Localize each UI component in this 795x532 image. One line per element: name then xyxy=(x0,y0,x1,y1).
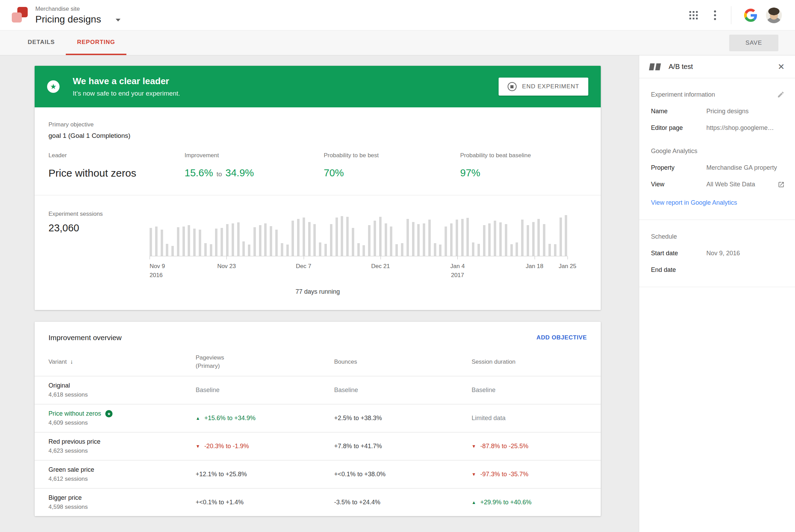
axis-tick-label: Jan 25 xyxy=(559,262,576,271)
add-objective-button[interactable]: ADD OBJECTIVE xyxy=(536,334,587,341)
edit-pencil-icon[interactable] xyxy=(777,91,785,98)
variant-name: Red previous price xyxy=(48,438,196,445)
sort-arrow-icon[interactable]: ↓ xyxy=(70,358,73,365)
details-side-panel: A/B test ✕ Experiment information Name P… xyxy=(639,55,795,532)
variant-cell: Green sale price 4,612 sessions xyxy=(48,466,196,482)
google-logo-icon[interactable] xyxy=(742,7,759,24)
variant-sessions: 4,618 sessions xyxy=(48,391,196,398)
chart-bar xyxy=(494,221,496,256)
sessions-summary: Experiment sessions 23,060 xyxy=(48,211,150,280)
sessions-value: 23,060 xyxy=(48,222,150,234)
chart-bar xyxy=(395,244,398,256)
tab-reporting[interactable]: REPORTING xyxy=(66,30,126,55)
trend-arrow-icon: ▲ xyxy=(472,500,476,505)
improvement-overview-card: Improvement overview ADD OBJECTIVE Varia… xyxy=(35,322,601,516)
avatar[interactable] xyxy=(766,7,782,23)
save-button[interactable]: SAVE xyxy=(729,35,778,51)
apps-grid-icon[interactable] xyxy=(685,7,702,24)
chart-bar xyxy=(407,219,409,256)
experiment-info-section: Experiment information xyxy=(651,91,785,98)
stop-icon xyxy=(508,82,517,91)
chart-bar xyxy=(379,217,382,256)
banner-title: We have a clear leader xyxy=(73,76,180,87)
open-external-icon[interactable] xyxy=(778,181,785,188)
experiment-info-label: Experiment information xyxy=(651,91,715,98)
chart-bar xyxy=(336,218,338,256)
page: Merchandise site Pricing designs xyxy=(0,0,795,532)
duration-cell: Baseline xyxy=(472,387,587,394)
tab-details[interactable]: DETAILS xyxy=(17,30,66,55)
chart-bar xyxy=(303,218,305,256)
chart-bar xyxy=(412,222,414,256)
chart-bar xyxy=(368,225,370,256)
column-session-duration: Session duration xyxy=(472,358,587,365)
table-row[interactable]: Red previous price 4,623 sessions ▼-20.3… xyxy=(35,432,601,460)
cell-value: -3.5% to +24.4% xyxy=(334,499,381,506)
chart-bar xyxy=(560,218,562,256)
star-badge-icon: ★ xyxy=(47,80,60,93)
chart-bar xyxy=(215,229,217,256)
axis-tick-mark xyxy=(381,256,381,259)
pageviews-cell: ▲+15.6% to +34.9% xyxy=(196,415,334,422)
chart-bar xyxy=(466,218,469,256)
start-date-row: Start date Nov 9, 2016 xyxy=(651,250,785,257)
chart-bar xyxy=(248,245,250,256)
table-row[interactable]: Original 4,618 sessions Baseline Baselin… xyxy=(35,376,601,404)
chart-bar xyxy=(253,227,256,256)
table-row[interactable]: Green sale price 4,612 sessions +12.1% t… xyxy=(35,460,601,488)
panel-header: A/B test ✕ xyxy=(639,55,795,78)
apps-grid-glyph xyxy=(689,11,698,20)
chart-bar xyxy=(477,244,480,256)
panel-body: Experiment information Name Pricing desi… xyxy=(639,78,795,287)
chart-bar xyxy=(565,215,567,256)
chart-bar xyxy=(527,225,529,256)
trend-arrow-icon: ▼ xyxy=(472,472,476,477)
axis-tick-mark xyxy=(568,256,568,259)
chart-bar xyxy=(161,230,163,256)
chart-bar xyxy=(292,221,294,256)
trend-arrow-icon: ▲ xyxy=(196,416,200,421)
table-row[interactable]: Bigger price 4,598 sessions +<0.1% to +1… xyxy=(35,488,601,516)
chart-bar xyxy=(275,230,278,256)
chart-bar xyxy=(357,243,360,256)
cell-value: -97.3% to -35.7% xyxy=(480,471,528,478)
duration-cell: ▲+29.9% to +40.6% xyxy=(472,499,587,506)
cell-value: Baseline xyxy=(196,387,220,394)
chart-bar xyxy=(166,244,168,256)
name-label: Name xyxy=(651,108,706,115)
chart-bar xyxy=(324,244,327,256)
editor-page-value: https://shop.googleme… xyxy=(706,124,785,132)
chart-bar xyxy=(456,220,458,256)
cell-value: Limited data xyxy=(472,415,506,422)
improvement-label: Improvement xyxy=(185,152,324,159)
schedule-section: Schedule xyxy=(651,233,785,240)
column-bounces: Bounces xyxy=(334,358,472,365)
cell-value: -87.8% to -25.5% xyxy=(480,443,528,450)
axis-tick-mark xyxy=(535,256,535,259)
chart-bar xyxy=(319,242,321,256)
axis-tick-label: Dec 21 xyxy=(371,262,390,271)
view-report-link[interactable]: View report in Google Analytics xyxy=(651,199,785,206)
close-icon[interactable]: ✕ xyxy=(778,63,785,71)
tab-bar: DETAILS REPORTING SAVE xyxy=(0,30,795,55)
kebab-menu-icon[interactable] xyxy=(707,7,723,24)
chart-bar xyxy=(423,223,425,256)
chart-bar xyxy=(155,227,158,256)
axis-tick-mark xyxy=(457,256,458,259)
cell-value: +<0.1% to +1.4% xyxy=(196,499,244,506)
pageviews-cell: ▼-20.3% to -1.9% xyxy=(196,443,334,450)
axis-tick-label: Jan 42017 xyxy=(450,262,465,280)
chart-bar xyxy=(210,244,212,256)
panel-divider xyxy=(639,287,795,287)
metrics-row: Leader Price without zeros Improvement 1… xyxy=(35,140,601,195)
axis-tick-label: Jan 18 xyxy=(526,262,543,271)
bounces-cell: -3.5% to +24.4% xyxy=(334,499,472,506)
cell-value: +15.6% to +34.9% xyxy=(204,415,256,422)
table-row[interactable]: Price without zeros★ 4,609 sessions ▲+15… xyxy=(35,404,601,432)
chevron-down-icon[interactable] xyxy=(116,19,120,21)
metric-prob-beat: Probability to beat baseline 97% xyxy=(460,152,587,179)
chart-bar xyxy=(352,228,354,256)
end-experiment-button[interactable]: END EXPERIMENT xyxy=(499,78,588,96)
variant-header-label: Variant xyxy=(48,358,67,365)
chart-bar xyxy=(259,225,261,256)
